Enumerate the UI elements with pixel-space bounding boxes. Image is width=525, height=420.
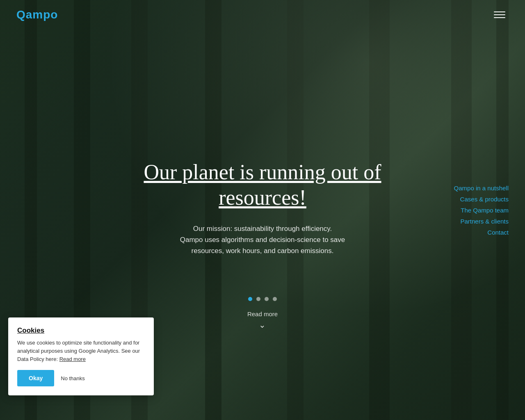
slide-dots — [248, 297, 277, 301]
nav-item-team[interactable]: The Qampo team — [461, 207, 509, 214]
hero-subtext-line1: Our mission: sustainability through effi… — [193, 225, 332, 233]
cookie-read-more-link[interactable]: Read more — [59, 356, 86, 362]
cookie-buttons: Okay No thanks — [17, 370, 145, 386]
read-more-section[interactable]: Read more ⌄ — [247, 310, 278, 330]
cookie-okay-button[interactable]: Okay — [17, 370, 54, 386]
dot-4[interactable] — [273, 297, 277, 301]
nav-item-contact[interactable]: Contact — [487, 229, 509, 236]
hero-subtext-line3: resources, work hours, and carbon emissi… — [192, 247, 334, 255]
hamburger-line-1 — [494, 11, 505, 12]
read-more-label: Read more — [247, 310, 278, 317]
logo[interactable]: Qampo — [16, 8, 58, 21]
site-header: Qampo — [0, 0, 525, 30]
hero-heading: Our planet is running out of resources! — [139, 160, 386, 211]
dot-1[interactable] — [248, 297, 252, 301]
right-navigation: Qampo in a nutshell Cases & products The… — [454, 185, 509, 236]
hamburger-menu-button[interactable] — [491, 8, 509, 21]
nav-item-partners[interactable]: Partners & clients — [460, 218, 509, 225]
nav-item-cases[interactable]: Cases & products — [460, 196, 509, 203]
cookie-no-thanks-button[interactable]: No thanks — [61, 375, 85, 381]
hamburger-line-3 — [494, 17, 505, 18]
cookie-title: Cookies — [17, 326, 145, 335]
chevron-down-icon: ⌄ — [247, 320, 278, 330]
dot-3[interactable] — [265, 297, 269, 301]
hero-subtext: Our mission: sustainability through effi… — [139, 223, 386, 257]
hero-subtext-line2: Qampo uses algorithms and decision-scien… — [180, 236, 345, 244]
dot-2[interactable] — [256, 297, 260, 301]
logo-text: Qampo — [16, 8, 58, 21]
hamburger-line-2 — [494, 14, 505, 15]
hero-content: Our planet is running out of resources! … — [139, 160, 386, 256]
cookie-text: We use cookies to optimize site function… — [17, 339, 145, 363]
cookie-banner: Cookies We use cookies to optimize site … — [8, 317, 154, 395]
nav-item-nutshell[interactable]: Qampo in a nutshell — [454, 185, 509, 192]
